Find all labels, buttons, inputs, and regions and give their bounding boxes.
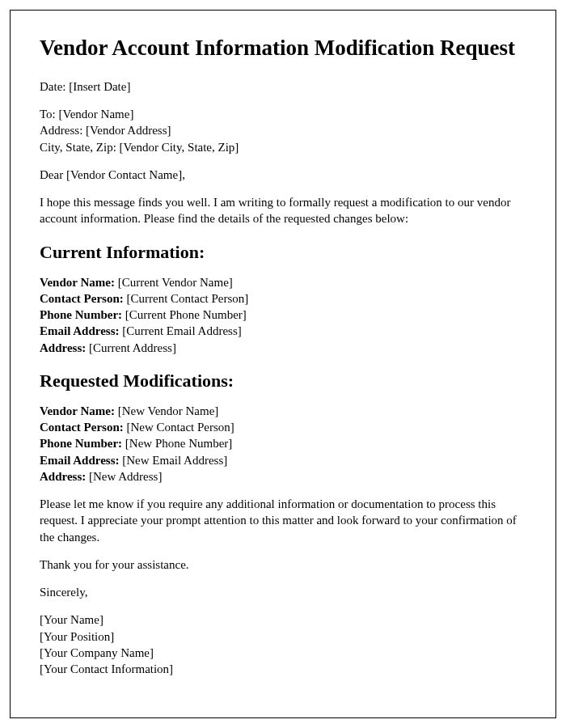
signature-block: [Your Name] [Your Position] [Your Compan…: [40, 612, 526, 677]
current-phone: Phone Number: [Current Phone Number]: [40, 307, 526, 323]
closing-paragraph-2: Thank you for your assistance.: [40, 557, 526, 573]
current-email-label: Email Address:: [40, 324, 120, 337]
requested-contact-person: Contact Person: [New Contact Person]: [40, 419, 526, 435]
current-address-label: Address:: [40, 341, 86, 354]
requested-phone-label: Phone Number:: [40, 437, 122, 450]
requested-email-value: [New Email Address]: [120, 454, 228, 467]
requested-email-label: Email Address:: [40, 454, 120, 467]
requested-phone: Phone Number: [New Phone Number]: [40, 435, 526, 451]
document-title: Vendor Account Information Modification …: [40, 35, 526, 62]
salutation: Dear [Vendor Contact Name],: [40, 167, 526, 183]
current-info-heading: Current Information:: [40, 242, 526, 263]
requested-address-value: [New Address]: [86, 470, 162, 483]
signature-contact: [Your Contact Information]: [40, 661, 526, 677]
date-line: Date: [Insert Date]: [40, 78, 526, 95]
closing-paragraph-1: Please let me know if you require any ad…: [40, 496, 526, 545]
signature-name: [Your Name]: [40, 612, 526, 628]
current-phone-value: [Current Phone Number]: [122, 308, 247, 321]
requested-vendor-name-label: Vendor Name:: [40, 404, 115, 417]
requested-heading: Requested Modifications:: [40, 370, 526, 392]
recipient-address: Address: [Vendor Address]: [40, 122, 526, 138]
recipient-block: To: [Vendor Name] Address: [Vendor Addre…: [40, 106, 526, 155]
document-container: Vendor Account Information Modification …: [10, 10, 556, 718]
signature-company: [Your Company Name]: [40, 645, 526, 661]
requested-phone-value: [New Phone Number]: [122, 437, 232, 450]
current-phone-label: Phone Number:: [40, 308, 122, 321]
current-vendor-name: Vendor Name: [Current Vendor Name]: [40, 274, 526, 290]
current-vendor-name-label: Vendor Name:: [40, 276, 115, 289]
requested-contact-person-value: [New Contact Person]: [124, 421, 234, 434]
current-contact-person-value: [Current Contact Person]: [124, 292, 249, 305]
signature-position: [Your Position]: [40, 629, 526, 645]
current-address: Address: [Current Address]: [40, 340, 526, 356]
requested-contact-person-label: Contact Person:: [40, 421, 124, 434]
requested-info-block: Vendor Name: [New Vendor Name] Contact P…: [40, 403, 526, 485]
current-contact-person-label: Contact Person:: [40, 292, 124, 305]
current-contact-person: Contact Person: [Current Contact Person]: [40, 290, 526, 307]
current-email: Email Address: [Current Email Address]: [40, 323, 526, 339]
requested-address-label: Address:: [40, 470, 86, 483]
intro-paragraph: I hope this message finds you well. I am…: [40, 194, 526, 227]
current-info-block: Vendor Name: [Current Vendor Name] Conta…: [40, 274, 526, 356]
recipient-city-state-zip: City, State, Zip: [Vendor City, State, Z…: [40, 139, 526, 155]
requested-vendor-name-value: [New Vendor Name]: [115, 404, 218, 417]
current-vendor-name-value: [Current Vendor Name]: [115, 276, 233, 289]
recipient-to: To: [Vendor Name]: [40, 106, 526, 122]
requested-email: Email Address: [New Email Address]: [40, 452, 526, 468]
requested-vendor-name: Vendor Name: [New Vendor Name]: [40, 403, 526, 419]
requested-address: Address: [New Address]: [40, 468, 526, 485]
current-address-value: [Current Address]: [86, 341, 176, 354]
signoff: Sincerely,: [40, 584, 526, 600]
current-email-value: [Current Email Address]: [120, 324, 242, 337]
